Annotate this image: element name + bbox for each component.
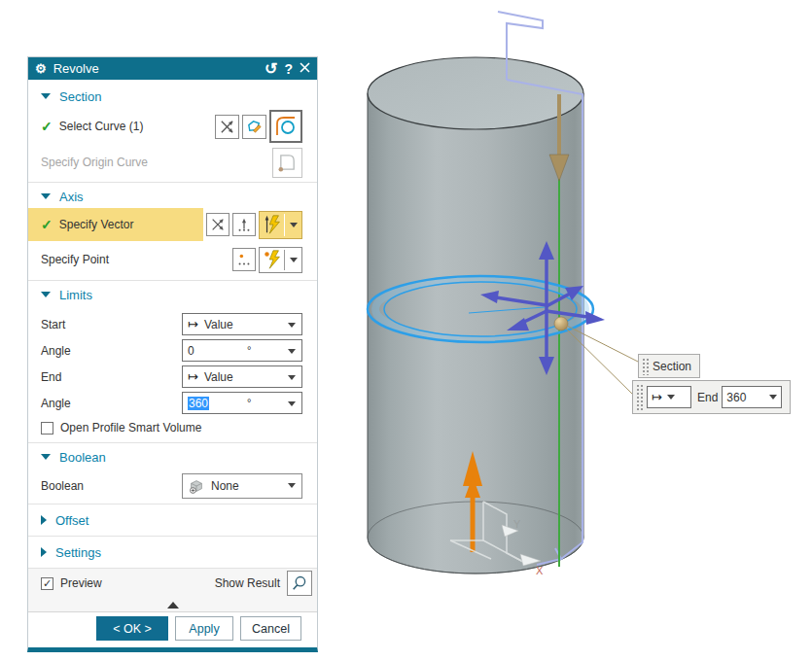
ok-button[interactable]: < OK > (96, 616, 168, 641)
point-option-dropdown[interactable] (259, 247, 302, 273)
specify-vector-label: Specify Vector (59, 218, 134, 231)
triad-x-label: X (536, 565, 544, 576)
limits-group-label: Limits (59, 288, 92, 302)
collapse-up-icon (167, 602, 179, 609)
start-limit-row: Start ↦ Value (28, 311, 317, 337)
limits-group-header[interactable]: Limits (28, 284, 317, 305)
dialog-titlebar[interactable]: ⚙ Revolve ↺ ? (28, 57, 317, 80)
offset-group-label: Offset (55, 513, 88, 528)
end-mini-label: End (697, 391, 718, 404)
show-result-button[interactable] (287, 571, 312, 596)
end-type-dropdown[interactable]: ↦ Value (182, 365, 302, 388)
boolean-dropdown[interactable]: None (182, 473, 302, 499)
axis-group-header[interactable]: Axis (28, 186, 317, 207)
start-type-dropdown[interactable]: ↦ Value (182, 313, 302, 335)
boolean-value: None (211, 479, 239, 493)
dialog-collapse-strip[interactable] (28, 598, 317, 611)
onscreen-section-toolbar[interactable]: Section (638, 354, 700, 378)
boolean-none-icon (188, 477, 205, 495)
boolean-row: Boolean None (28, 471, 317, 501)
chevron-down-icon (290, 258, 298, 262)
toolbar-grip-handle[interactable] (641, 357, 650, 375)
chevron-down-icon (288, 375, 296, 380)
offset-group-header[interactable]: Offset (28, 507, 317, 533)
boolean-group-label: Boolean (59, 450, 106, 465)
end-type-value: Value (204, 370, 233, 384)
preview-label: Preview (60, 576, 102, 590)
boolean-label: Boolean (41, 479, 182, 493)
expand-triangle-icon (41, 547, 47, 557)
end-angle-value: 360 (188, 397, 209, 410)
end-angle-dropdown[interactable]: 360 (722, 386, 782, 408)
option-divider (284, 250, 285, 270)
specify-vector-row: ✓ Specify Vector (28, 207, 317, 242)
open-profile-row: Open Profile Smart Volume (28, 416, 317, 439)
expand-triangle-icon (41, 515, 47, 525)
revolve-dialog: ⚙ Revolve ↺ ? Section ✓ Select Curve (1) (27, 56, 318, 652)
end-angle-input[interactable]: 360 ° (182, 392, 302, 414)
settings-group-header[interactable]: Settings (28, 539, 317, 565)
chevron-down-icon (288, 483, 296, 488)
gear-icon: ⚙ (35, 62, 47, 75)
start-angle-input[interactable]: 0 ° (182, 339, 302, 362)
start-label: Start (41, 318, 182, 331)
open-profile-checkbox[interactable] (41, 422, 53, 435)
collapse-triangle-icon (41, 93, 51, 99)
specify-origin-curve-button[interactable] (272, 148, 302, 178)
limit-option-dropdown[interactable]: ↦ (647, 386, 691, 408)
end-angle-row: Angle 360 ° (28, 390, 317, 416)
boolean-group-header[interactable]: Boolean (28, 446, 317, 468)
crossed-arrows-icon (210, 217, 226, 232)
show-result-label: Show Result (215, 576, 280, 590)
specify-vector-highlight[interactable]: ✓ Specify Vector (28, 208, 203, 241)
origin-curve-label: Specify Origin Curve (41, 156, 148, 169)
cancel-button[interactable]: Cancel (240, 616, 301, 641)
crossed-arrows-icon (219, 119, 235, 135)
end-label: End (41, 370, 182, 384)
collapse-triangle-icon (41, 454, 51, 460)
apply-button[interactable]: Apply (175, 616, 233, 641)
specify-point-row: Specify Point (28, 242, 317, 277)
sketch-icon (246, 119, 263, 135)
dialog-button-row: < OK > Apply Cancel (28, 611, 317, 641)
triad-y-label: Y (513, 518, 521, 530)
chevron-down-icon (288, 401, 296, 406)
section-group-header[interactable]: Section (28, 86, 317, 107)
chevron-down-icon (288, 349, 296, 354)
dialog-title: Revolve (53, 61, 99, 76)
section-mini-label: Section (653, 360, 691, 373)
select-curve-row: ✓ Select Curve (1) (28, 107, 317, 146)
end-angle-value: 360 (726, 391, 746, 404)
chevron-down-icon (288, 323, 296, 328)
end-limit-row: End ↦ Value (28, 364, 317, 390)
onscreen-end-toolbar[interactable]: ↦ End 360 (632, 380, 791, 414)
toolbar-grip-handle[interactable] (635, 383, 644, 411)
axis-group-label: Axis (59, 190, 84, 204)
checkmark-icon: ✓ (41, 119, 53, 134)
open-profile-label: Open Profile Smart Volume (60, 421, 201, 435)
point-dialog-button[interactable] (232, 248, 256, 271)
specify-point-label: Specify Point (41, 253, 109, 266)
angle-label: Angle (41, 344, 182, 358)
reverse-vector-button[interactable] (206, 213, 229, 236)
curve-rule-button[interactable] (269, 110, 302, 143)
drag-sphere-handle[interactable] (554, 317, 568, 330)
collapse-triangle-icon (41, 193, 51, 199)
start-angle-value: 0 (188, 344, 194, 358)
collapse-triangle-icon (41, 292, 51, 297)
vector-option-dropdown[interactable] (259, 211, 302, 239)
angle-label: Angle (41, 397, 182, 410)
value-option-symbol: ↦ (188, 317, 198, 331)
vector-dialog-icon (236, 217, 252, 232)
preview-checkbox[interactable]: ✓ (41, 577, 53, 590)
close-icon[interactable] (300, 62, 310, 75)
help-icon[interactable]: ? (284, 62, 293, 76)
chevron-down-icon (290, 223, 298, 227)
sketch-section-button[interactable] (242, 115, 266, 139)
point-dialog-icon (236, 252, 252, 267)
curve-circle-icon (274, 115, 298, 138)
reset-icon[interactable]: ↺ (265, 61, 277, 77)
vector-dialog-button[interactable] (232, 213, 256, 236)
value-option-symbol: ↦ (652, 390, 662, 404)
reverse-direction-button[interactable] (215, 115, 239, 139)
